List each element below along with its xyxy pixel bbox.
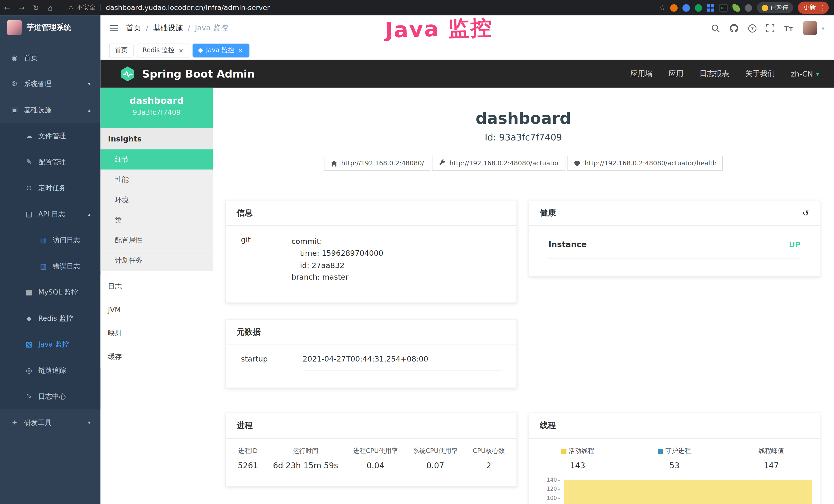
warning-icon: ⚠ [68, 4, 74, 12]
extension-icon-green[interactable] [695, 4, 702, 12]
extension-icon-on-switch[interactable]: on [719, 4, 728, 12]
document-icon: ▥ [39, 262, 47, 270]
locale-selector[interactable]: zh-CN ▾ [791, 70, 819, 78]
sidebar-item-api-logs[interactable]: ▤ API 日志 ▴ [0, 201, 101, 227]
tab-redis-monitor[interactable]: Redis 监控 × [137, 43, 190, 57]
tab-java-monitor[interactable]: Java 监控 × [193, 43, 249, 57]
sidebar-item-file-mgmt[interactable]: ☁ 文件管理 [0, 123, 101, 148]
stat-cpu-cores: CPU核心数 2 [473, 446, 505, 471]
actuator-url-link[interactable]: http://192.168.0.2:48080/actuator [432, 156, 566, 171]
git-id-line: id: 27aa832 [291, 259, 502, 271]
extension-icon-grid[interactable] [707, 4, 714, 12]
redis-icon: ◆ [25, 314, 33, 322]
metadata-card: 元数据 startup 2021-04-27T00:44:31.254+08:0… [225, 319, 517, 388]
history-icon[interactable]: ↺ [803, 208, 809, 218]
sidebar-item-redis-monitor[interactable]: ◆ Redis 监控 [0, 305, 101, 331]
tab-home[interactable]: 首页 [109, 43, 134, 57]
sidebar-item-scheduled-tasks[interactable]: ⊙ 定时任务 [0, 175, 101, 201]
sidebar-item-dev-tools[interactable]: ✦ 研发工具 ▾ [0, 410, 101, 435]
sba-side-item-mappings[interactable]: 映射 [101, 322, 213, 345]
update-button[interactable]: 更新 ⋮ [798, 2, 829, 14]
breadcrumb-home[interactable]: 首页 [126, 23, 141, 33]
sidebar-item-system-mgmt[interactable]: ⚙ 系统管理 ▾ [0, 71, 101, 96]
bookmark-star-icon[interactable]: ☆ [659, 4, 665, 12]
paused-label: 已暂停 [771, 4, 788, 12]
instance-name: dashboard [101, 95, 213, 106]
chevron-down-icon: ▾ [88, 81, 90, 87]
browser-refresh-icon[interactable]: ↻ [29, 3, 43, 12]
sidebar-item-error-logs[interactable]: ▥ 错误日志 [0, 253, 101, 279]
stat-label: 进程CPU使用率 [353, 446, 398, 456]
instance-id: 93a3fc7f7409 [101, 108, 213, 116]
close-icon[interactable]: × [178, 46, 184, 54]
sba-nav-journal[interactable]: 日志报表 [699, 69, 729, 78]
browser-home-icon[interactable]: ⌂ [43, 3, 58, 12]
close-icon[interactable]: × [238, 46, 243, 54]
instance-header[interactable]: dashboard 93a3fc7f7409 [101, 88, 213, 128]
sidebar-item-access-logs[interactable]: ▥ 访问日志 [0, 227, 101, 253]
sba-nav-wallboard[interactable]: 应用墙 [630, 69, 653, 78]
process-card-header: 进程 [226, 413, 517, 438]
stat-uptime: 运行时间 6d 23h 15m 59s [273, 446, 338, 471]
sidebar-item-log-center[interactable]: ✎ 日志中心 [0, 383, 101, 409]
page-title: dashboard [213, 109, 834, 128]
cloud-icon: ☁ [25, 132, 33, 140]
extension-icon-blue-drop[interactable] [682, 4, 690, 12]
sidebar-item-label: 首页 [24, 53, 38, 62]
logo-avatar [7, 20, 22, 35]
card-title: 健康 [540, 208, 556, 218]
sidebar-fold-icon[interactable] [101, 24, 126, 32]
paused-badge[interactable]: 已暂停 [757, 2, 793, 13]
security-label: 不安全 [76, 3, 96, 12]
extension-icon-orange[interactable] [670, 4, 678, 12]
user-avatar[interactable] [803, 21, 817, 35]
health-card-body: Instance UP [529, 226, 820, 258]
sba-nav-about[interactable]: 关于我们 [745, 69, 775, 78]
sba-side-item-caches[interactable]: 缓存 [101, 345, 213, 368]
sidebar-item-tracing[interactable]: ◎ 链路追踪 [0, 358, 101, 383]
chevron-up-icon: ▴ [88, 211, 90, 217]
sidebar-item-mysql-monitor[interactable]: ▦ MySQL 监控 [0, 279, 101, 305]
app-logo[interactable]: 芋道管理系统 [0, 16, 101, 40]
sba-nav-applications[interactable]: 应用 [668, 69, 683, 78]
fullscreen-icon[interactable] [766, 24, 774, 32]
search-icon[interactable] [711, 24, 720, 32]
info-card-header: 信息 [226, 201, 517, 226]
browser-forward-icon[interactable]: → [14, 3, 29, 12]
metadata-key: startup [241, 354, 303, 371]
sba-side-item-details[interactable]: 细节 [101, 150, 213, 170]
font-size-icon[interactable]: T T [784, 24, 794, 32]
service-url-link[interactable]: http://192.168.0.2:48080/ [324, 156, 430, 171]
screen: ← → ↻ ⌂ ⚠ 不安全 dashboard.yudao.iocoder.cn… [0, 0, 834, 504]
extension-icon-leaf[interactable] [732, 4, 740, 12]
url-text: dashboard.yudao.iocoder.cn/infra/admin-s… [106, 4, 270, 12]
sba-side-item-scheduled[interactable]: 计划任务 [101, 250, 213, 271]
sba-side-item-classes[interactable]: 类 [101, 210, 213, 230]
sba-side-item-jvm[interactable]: JVM [101, 298, 213, 322]
sba-side-item-environment[interactable]: 环境 [101, 190, 213, 210]
browser-toolbar-right: ☆ on 已暂停 更新 ⋮ [659, 2, 834, 14]
git-commit-line: commit: [291, 235, 502, 247]
sba-side-item-logs[interactable]: 日志 [101, 275, 213, 298]
github-icon[interactable] [729, 23, 739, 33]
legend-daemon-threads: 守护进程 53 [626, 446, 723, 471]
gear-icon: ⚙ [10, 80, 19, 88]
browser-menu-icon[interactable]: ⋮ [820, 4, 826, 12]
sidebar-item-java-monitor[interactable]: ▧ Java 监控 [0, 331, 101, 357]
address-bar[interactable]: ⚠ 不安全 dashboard.yudao.iocoder.cn/infra/a… [68, 3, 270, 12]
instance-links: http://192.168.0.2:48080/ http://192.168… [213, 156, 834, 171]
sba-side-item-config-props[interactable]: 配置属性 [101, 230, 213, 251]
help-icon[interactable]: ? [748, 24, 757, 32]
sidebar-item-infrastructure[interactable]: ▣ 基础设施 ▴ [0, 97, 101, 123]
breadcrumb-infrastructure[interactable]: 基础设施 [153, 23, 183, 33]
stat-process-cpu: 进程CPU使用率 0.04 [353, 446, 398, 471]
health-url-link[interactable]: http://192.168.0.2:48080/actuator/health [567, 156, 723, 171]
sba-side-item-metrics[interactable]: 性能 [101, 170, 213, 190]
stat-value: 2 [473, 461, 505, 471]
sidebar-item-config-mgmt[interactable]: ✎ 配置管理 [0, 149, 101, 175]
avatar-caret-icon[interactable]: ▾ [822, 25, 824, 31]
browser-back-icon[interactable]: ← [0, 3, 14, 12]
extension-icon-puzzle[interactable] [745, 4, 752, 12]
sidebar-item-home[interactable]: ◉ 首页 [0, 45, 101, 71]
sidebar-item-label: 配置管理 [38, 157, 66, 167]
